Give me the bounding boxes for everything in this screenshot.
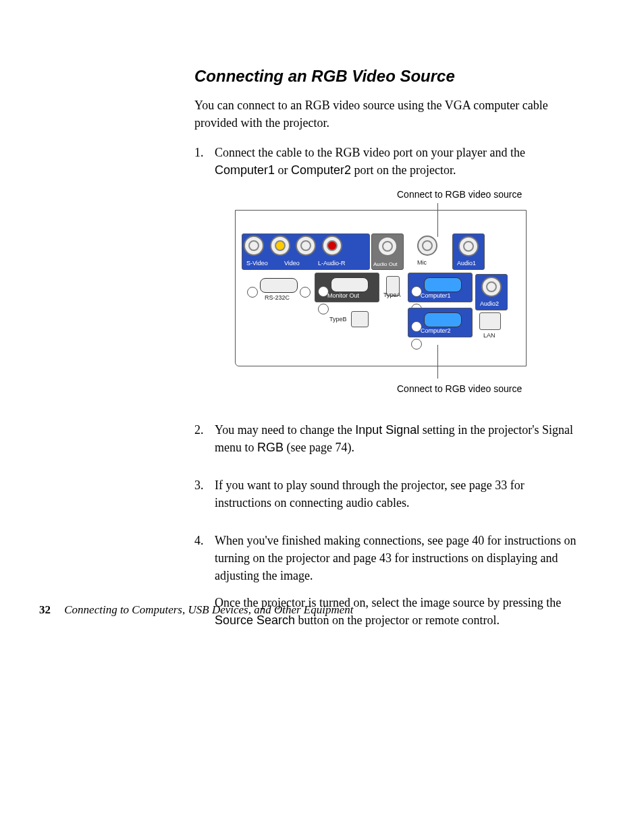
step-4-text: When you've finished making connections,… — [215, 532, 576, 584]
port-panel: S-Video Video L-Audio-R Audio Out Mi — [235, 203, 572, 379]
computer1-label: Computer1 — [215, 163, 275, 177]
step-4: 4. When you've finished making connectio… — [194, 532, 576, 638]
step-number: 1. — [194, 144, 215, 410]
step-1-text: Connect the cable to the RGB video port … — [215, 144, 576, 179]
step-1: 1. Connect the cable to the RGB video po… — [194, 144, 576, 410]
step-number: 3. — [194, 476, 215, 521]
computer2-label: Computer2 — [291, 163, 351, 177]
document-page: Connecting an RGB Video Source You can c… — [0, 0, 644, 649]
audio1-group: Audio1 — [452, 233, 485, 270]
rear-panel-diagram: Connect to RGB video source S-Video Vide… — [235, 188, 572, 395]
section-heading: Connecting an RGB Video Source — [194, 65, 644, 88]
rgb-label: RGB — [257, 441, 284, 454]
step-list: 1. Connect the cable to the RGB video po… — [194, 144, 576, 638]
audio-l-jack — [296, 236, 316, 256]
av-jack-group: S-Video Video L-Audio-R — [242, 233, 370, 270]
video-jack — [270, 236, 290, 256]
mic-group: Mic — [412, 233, 443, 269]
svideo-jack — [244, 236, 264, 256]
audio-out-group: Audio Out — [371, 233, 404, 270]
step-3-text: If you want to play sound through the pr… — [215, 476, 576, 512]
usb-typeb-port: TypeB — [331, 311, 369, 332]
page-number: 32 — [39, 603, 51, 616]
monitor-out-port: Monitor Out — [315, 273, 379, 302]
audio-r-jack — [322, 236, 342, 256]
audio2-group: Audio2 — [475, 274, 508, 310]
rs232-port: RS-232C — [247, 276, 311, 300]
computer1-port: Computer1 — [408, 273, 473, 302]
usb-typea-port: TypeA — [386, 276, 400, 301]
callout-top: Connect to RGB video source — [397, 188, 572, 200]
computer2-port: Computer2 — [408, 308, 473, 337]
step-2-text: You may need to change the Input Signal … — [215, 421, 576, 456]
lan-port: LAN — [479, 312, 501, 335]
step-number: 4. — [194, 532, 215, 638]
page-footer: 32 Connecting to Computers, USB Devices,… — [39, 602, 354, 619]
step-number: 2. — [194, 421, 215, 466]
intro-paragraph: You can connect to an RGB video source u… — [194, 96, 576, 132]
callout-bottom: Connect to RGB video source — [397, 383, 572, 395]
step-2: 2. You may need to change the Input Sign… — [194, 421, 576, 466]
step-3: 3. If you want to play sound through the… — [194, 476, 576, 521]
input-signal-label: Input Signal — [355, 423, 419, 437]
footer-title: Connecting to Computers, USB Devices, an… — [64, 603, 353, 616]
